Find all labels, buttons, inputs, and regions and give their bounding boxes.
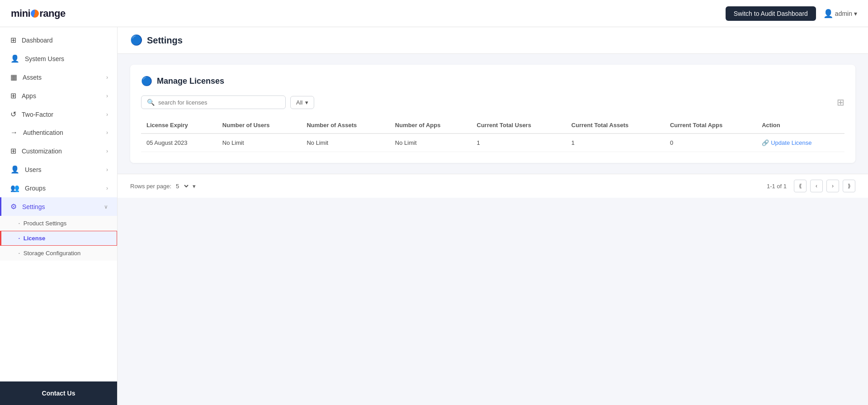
chevron-down-icon: ▾	[854, 10, 857, 17]
logo-icon	[31, 10, 39, 18]
layout: ⊞ Dashboard 👤 System Users ▦ Assets › ⊞ …	[0, 27, 868, 405]
apps-icon: ⊞	[10, 91, 16, 100]
col-license-expiry: License Expiry	[141, 117, 217, 133]
settings-page-icon: 🔵	[130, 34, 142, 46]
next-page-button[interactable]: ›	[826, 180, 839, 192]
sidebar-item-system-users[interactable]: 👤 System Users	[0, 49, 117, 68]
sub-item-label: License	[24, 235, 45, 242]
table-footer: Rows per page: 5 10 25 ▾ 1-1 of 1 ⟪ ‹ › …	[118, 174, 868, 198]
section-title: Manage Licenses	[157, 76, 224, 86]
pagination: 1-1 of 1 ⟪ ‹ › ⟫	[767, 180, 855, 192]
dot-icon: •	[19, 251, 20, 255]
sidebar-item-two-factor[interactable]: ↺ Two-Factor ›	[0, 105, 117, 124]
logo-prefix: mini	[11, 8, 30, 19]
prev-page-button[interactable]: ‹	[810, 180, 823, 192]
switch-audit-dashboard-button[interactable]: Switch to Audit Dashboard	[726, 6, 816, 21]
cell-current-total-users: 1	[472, 133, 566, 152]
update-icon: 🔗	[762, 139, 769, 146]
search-input[interactable]	[158, 99, 280, 106]
update-license-link[interactable]: 🔗 Update License	[762, 139, 839, 146]
col-number-of-users: Number of Users	[217, 117, 302, 133]
cell-action: 🔗 Update License	[756, 133, 844, 152]
col-current-total-assets: Current Total Assets	[566, 117, 665, 133]
cell-license-expiry: 05 August 2023	[141, 133, 217, 152]
chevron-right-icon: ›	[106, 74, 108, 81]
rows-per-page-select[interactable]: 5 10 25	[174, 182, 190, 190]
page-info: 1-1 of 1	[767, 183, 787, 190]
chevron-right-icon: ›	[106, 167, 108, 173]
dot-icon: •	[19, 221, 20, 225]
sidebar-item-assets[interactable]: ▦ Assets ›	[0, 68, 117, 86]
license-card: 🔵 Manage Licenses 🔍 All ▾ ⊞	[130, 65, 855, 163]
sidebar: ⊞ Dashboard 👤 System Users ▦ Assets › ⊞ …	[0, 27, 118, 405]
content-area: 🔵 Manage Licenses 🔍 All ▾ ⊞	[118, 54, 868, 174]
sidebar-item-label: System Users	[25, 55, 64, 62]
sidebar-item-dashboard[interactable]: ⊞ Dashboard	[0, 31, 117, 49]
settings-icon: ⚙	[10, 202, 17, 211]
filter-dropdown[interactable]: All ▾	[290, 96, 314, 109]
col-number-of-apps: Number of Apps	[390, 117, 472, 133]
section-header: 🔵 Manage Licenses	[141, 76, 844, 86]
sidebar-item-label: Customization	[22, 148, 62, 155]
sidebar-item-label: Authentication	[23, 129, 63, 136]
page-title: Settings	[147, 35, 183, 46]
user-icon: 👤	[823, 9, 833, 19]
chevron-down-icon: ∨	[104, 204, 108, 210]
sidebar-item-users[interactable]: 👤 Users ›	[0, 160, 117, 179]
sub-item-label: Product Settings	[24, 220, 66, 227]
col-current-total-apps: Current Total Apps	[665, 117, 756, 133]
sidebar-item-settings[interactable]: ⚙ Settings ∨	[0, 197, 117, 216]
toolbar: 🔍 All ▾ ⊞	[141, 95, 844, 109]
sidebar-item-authentication[interactable]: → Authentication ›	[0, 124, 117, 142]
table-body: 05 August 2023 No Limit No Limit No Limi…	[141, 133, 844, 152]
table-header: License Expiry Number of Users Number of…	[141, 117, 844, 133]
logo: minirange	[11, 8, 66, 19]
admin-menu[interactable]: 👤 admin ▾	[823, 9, 857, 19]
search-box: 🔍	[141, 95, 286, 109]
cell-number-of-users: No Limit	[217, 133, 302, 152]
chevron-right-icon: ›	[106, 185, 108, 191]
dot-icon: •	[19, 236, 20, 240]
sidebar-sub-item-storage-configuration[interactable]: • Storage Configuration	[0, 246, 117, 261]
users-icon: 👤	[10, 165, 19, 174]
sidebar-item-customization[interactable]: ⊞ Customization ›	[0, 142, 117, 160]
sidebar-item-label: Two-Factor	[22, 111, 53, 118]
authentication-icon: →	[10, 129, 18, 137]
search-icon: 🔍	[147, 99, 155, 106]
first-page-button[interactable]: ⟪	[794, 180, 807, 192]
col-action: Action	[756, 117, 844, 133]
rows-per-page-label: Rows per page:	[130, 183, 171, 190]
licenses-table: License Expiry Number of Users Number of…	[141, 117, 844, 152]
chevron-right-icon: ›	[106, 111, 108, 118]
groups-icon: 👥	[10, 184, 19, 192]
sidebar-sub-item-license[interactable]: • License	[0, 231, 117, 246]
cell-current-total-apps: 0	[665, 133, 756, 152]
sidebar-item-apps[interactable]: ⊞ Apps ›	[0, 86, 117, 105]
sidebar-sub-item-product-settings[interactable]: • Product Settings	[0, 216, 117, 231]
settings-submenu: • Product Settings • License • Storage C…	[0, 216, 117, 261]
sidebar-item-label: Users	[25, 166, 42, 173]
chevron-right-icon: ›	[106, 148, 108, 154]
system-users-icon: 👤	[10, 54, 19, 63]
contact-us-button[interactable]: Contact Us	[0, 381, 117, 405]
licenses-table-wrapper: License Expiry Number of Users Number of…	[141, 117, 844, 152]
sidebar-item-label: Apps	[22, 92, 36, 100]
last-page-button[interactable]: ⟫	[843, 180, 855, 192]
sub-item-label: Storage Configuration	[24, 250, 80, 257]
chevron-right-icon: ›	[106, 93, 108, 99]
sidebar-item-label: Assets	[23, 74, 42, 81]
page-header: 🔵 Settings	[118, 27, 868, 54]
chevron-right-icon: ›	[106, 129, 108, 136]
manage-licenses-icon: 🔵	[141, 76, 152, 86]
grid-view-icon[interactable]: ⊞	[837, 97, 844, 108]
col-current-total-users: Current Total Users	[472, 117, 566, 133]
navbar: minirange Switch to Audit Dashboard 👤 ad…	[0, 0, 868, 27]
sidebar-item-label: Groups	[25, 185, 46, 192]
sidebar-nav: ⊞ Dashboard 👤 System Users ▦ Assets › ⊞ …	[0, 27, 117, 381]
customization-icon: ⊞	[10, 147, 16, 155]
chevron-down-icon: ▾	[305, 99, 308, 106]
cell-number-of-apps: No Limit	[390, 133, 472, 152]
chevron-down-icon: ▾	[193, 183, 196, 190]
sidebar-item-groups[interactable]: 👥 Groups ›	[0, 179, 117, 197]
dashboard-icon: ⊞	[10, 36, 16, 44]
